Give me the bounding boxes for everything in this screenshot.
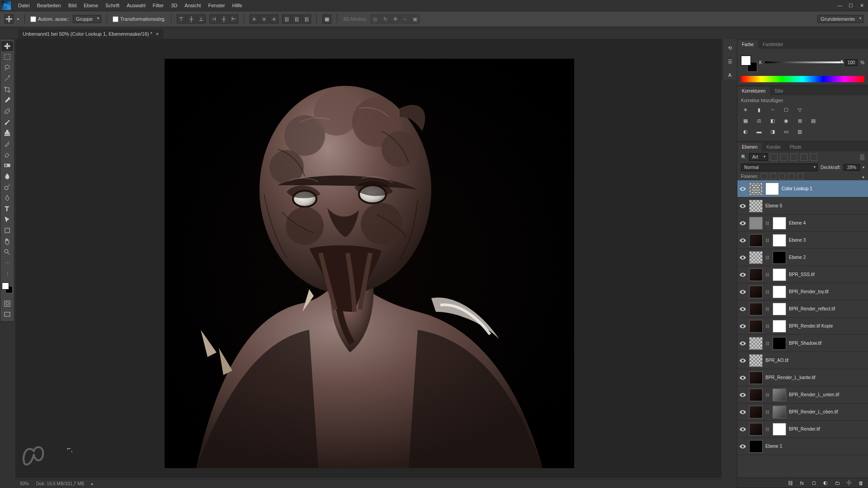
edit-toolbar-icon[interactable]: ⋮ — [1, 269, 13, 279]
layer-thumbnail[interactable] — [749, 200, 763, 212]
adj-hue-icon[interactable]: ▦ — [741, 117, 750, 125]
layer-thumbnail[interactable] — [749, 337, 763, 350]
layer-mask-thumbnail[interactable] — [773, 217, 786, 230]
adj-bw-icon[interactable]: ◧ — [768, 117, 777, 125]
3d-zoom-icon[interactable]: ▣ — [410, 14, 420, 23]
layer-visibility-icon[interactable] — [739, 185, 746, 192]
layer-name-label[interactable]: Ebene 3 — [789, 238, 806, 243]
adj-threshold-icon[interactable]: ◨ — [768, 127, 777, 136]
adj-colorbal-icon[interactable]: ⚖ — [755, 117, 764, 125]
status-arrow-icon[interactable]: ▸ — [91, 481, 94, 486]
layer-thumbnail[interactable] — [749, 406, 763, 418]
path-select-tool[interactable] — [1, 215, 13, 225]
3d-pan-icon[interactable]: ✥ — [391, 14, 400, 23]
adj-invert-icon[interactable]: ◐ — [741, 127, 750, 136]
filter-smartobj-icon[interactable] — [810, 154, 817, 161]
layer-thumbnail[interactable] — [749, 251, 763, 264]
lasso-tool[interactable] — [1, 63, 13, 73]
character-panel-icon[interactable]: A — [726, 70, 735, 80]
layer-name-label[interactable]: BPR_Render_L_unten.tif — [789, 392, 839, 397]
adj-gradmap-icon[interactable]: ▭ — [782, 127, 791, 136]
layer-row[interactable]: BPR_Render_L_kante.tif — [737, 369, 868, 386]
layer-row[interactable]: ⛓BPR_Render_toy.tif — [737, 283, 868, 300]
tab-paths[interactable]: Pfade — [785, 143, 806, 151]
distribute-bottom-icon[interactable]: ≡ — [269, 14, 278, 23]
distribute-hcenter-icon[interactable]: ||| — [292, 14, 301, 23]
close-button[interactable]: ✕ — [857, 2, 866, 9]
zoom-level[interactable]: 50% — [20, 481, 29, 486]
layer-name-label[interactable]: Color Lookup 1 — [782, 186, 812, 191]
layer-name-label[interactable]: Ebene 1 — [765, 444, 782, 449]
layer-effects-icon[interactable]: fx — [798, 479, 806, 487]
color-spectrum[interactable] — [741, 76, 864, 82]
align-vcenter-icon[interactable]: ┼ — [187, 14, 196, 23]
color-fgbg-mini[interactable] — [741, 56, 755, 69]
new-layer-icon[interactable]: ➕ — [845, 479, 853, 487]
layer-name-label[interactable]: BPR_AO.tif — [765, 358, 788, 363]
more-tools-icon[interactable]: ⋯ — [1, 258, 13, 268]
layer-mask-thumbnail[interactable] — [773, 303, 786, 315]
adj-channelmix-icon[interactable]: ⊞ — [795, 117, 804, 125]
layer-visibility-icon[interactable] — [739, 271, 746, 278]
auto-select-target[interactable]: Gruppe — [73, 15, 101, 23]
layer-row[interactable]: ⛓BPR_Render_reflect.tif — [737, 300, 868, 318]
layer-visibility-icon[interactable] — [739, 357, 746, 364]
adj-brightness-icon[interactable]: ☀ — [741, 106, 750, 114]
adj-exposure-icon[interactable]: ☐ — [782, 106, 791, 114]
layer-row[interactable]: ⛓BPR_Render_L_unten.tif — [737, 386, 868, 404]
layer-row[interactable]: ⛓Ebene 4 — [737, 215, 868, 232]
lock-all-icon[interactable] — [797, 173, 803, 179]
layer-visibility-icon[interactable] — [739, 237, 746, 244]
adj-vibrance-icon[interactable]: ▽ — [795, 106, 804, 114]
tab-styles[interactable]: Stile — [770, 87, 788, 95]
marquee-tool[interactable] — [1, 52, 13, 62]
layer-thumbnail[interactable] — [749, 183, 763, 195]
layer-row[interactable]: Ebene 1 — [737, 438, 868, 455]
blend-mode-select[interactable]: Normal — [741, 164, 818, 171]
3d-orbit-icon[interactable]: ◎ — [371, 14, 380, 23]
lock-transparency-icon[interactable] — [761, 173, 767, 179]
shape-tool[interactable] — [1, 225, 13, 235]
layer-mask-thumbnail[interactable] — [773, 423, 786, 436]
layer-row[interactable]: ⛓BPR_Render_L_oben.tif — [737, 404, 868, 421]
history-panel-icon[interactable]: ⟲ — [726, 43, 735, 52]
layer-thumbnail[interactable] — [749, 286, 763, 298]
layer-mask-thumbnail[interactable] — [773, 337, 786, 350]
layer-name-label[interactable]: BPR_Render.tif Kopie — [789, 324, 833, 328]
adj-photofilter-icon[interactable]: ◉ — [782, 117, 791, 125]
layer-row[interactable]: Ebene 5 — [737, 197, 868, 215]
gradient-tool[interactable] — [1, 160, 13, 170]
add-mask-icon[interactable]: ◻ — [810, 479, 817, 487]
filter-type-icon[interactable] — [790, 154, 797, 161]
3d-slide-icon[interactable]: ↔ — [401, 14, 410, 23]
3d-roll-icon[interactable]: ↻ — [381, 14, 390, 23]
layer-thumbnail[interactable] — [749, 371, 763, 384]
layer-row[interactable]: ⛓Ebene 2 — [737, 249, 868, 266]
color-slider[interactable] — [765, 61, 842, 63]
layer-row[interactable]: ⛓BPR_SSS.tif — [737, 266, 868, 283]
layer-mask-thumbnail[interactable] — [773, 234, 786, 247]
filter-shape-icon[interactable] — [800, 154, 807, 161]
new-fill-adjustment-icon[interactable]: ◐ — [822, 479, 829, 487]
layer-mask-thumbnail[interactable] — [773, 389, 786, 401]
distribute-vcenter-icon[interactable]: ≡ — [259, 14, 269, 23]
lock-pixels-icon[interactable] — [770, 173, 776, 179]
dodge-tool[interactable] — [1, 182, 13, 192]
align-bottom-icon[interactable]: ⊥ — [197, 14, 206, 23]
hand-tool[interactable] — [1, 236, 13, 246]
align-left-icon[interactable]: ⊣ — [209, 14, 218, 23]
auto-select-checkbox[interactable]: Autom. ausw.: — [30, 16, 69, 22]
layer-visibility-icon[interactable] — [739, 408, 746, 416]
tab-layers[interactable]: Ebenen — [737, 143, 762, 151]
layer-visibility-icon[interactable] — [739, 374, 746, 381]
layer-thumbnail[interactable] — [749, 320, 763, 333]
layer-name-label[interactable]: BPR_SSS.tif — [789, 272, 815, 277]
tab-channels[interactable]: Kanäle — [762, 143, 785, 151]
menu-filter[interactable]: Filter — [149, 1, 167, 10]
lock-artboard-icon[interactable] — [788, 173, 794, 179]
maximize-button[interactable]: ☐ — [846, 2, 855, 9]
healing-tool[interactable] — [1, 106, 13, 116]
layer-mask-thumbnail[interactable] — [773, 251, 786, 264]
tab-adjustments[interactable]: Korrekturen — [737, 87, 770, 95]
align-right-icon[interactable]: ⊢ — [229, 14, 238, 23]
